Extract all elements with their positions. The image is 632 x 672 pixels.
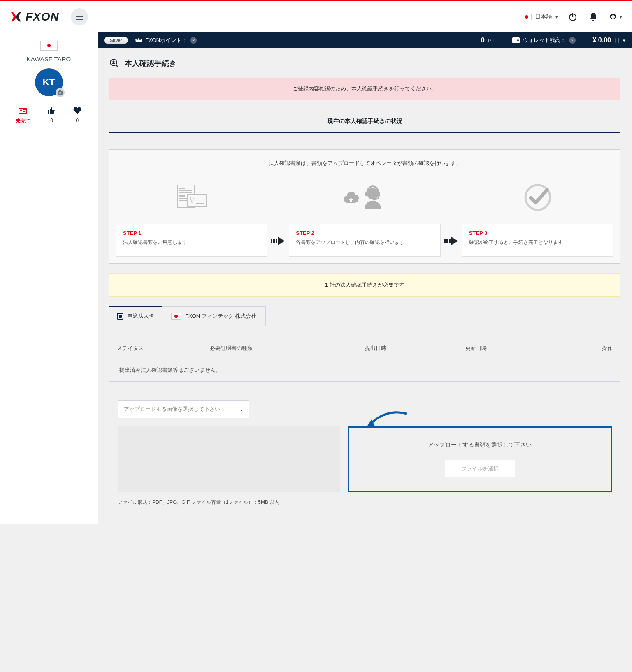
step-desc: 各書類をアップロードし、内容の確認を行います	[296, 239, 433, 246]
points-value-segment: 0 PT	[481, 37, 495, 44]
document-icon	[116, 177, 267, 218]
col-submitted: 提出日時	[365, 345, 466, 352]
wallet-segment: ウォレット残高： ?	[512, 37, 576, 44]
stat-likes[interactable]: 0	[47, 106, 56, 125]
notice-text: 社の法人確認手続きが必要です	[328, 282, 404, 288]
chevron-down-icon: ▾	[620, 14, 622, 20]
svg-rect-15	[179, 188, 185, 189]
content: 本人確認手続き ご登録内容確認のため、本人確認手続きを行ってください。 現在の本…	[98, 48, 632, 524]
stat-incomplete[interactable]: 未完了	[16, 106, 30, 125]
company-row: 申込法人名 FXON フィンテック 株式会社	[109, 306, 620, 326]
svg-rect-25	[273, 239, 275, 243]
svg-rect-8	[23, 111, 25, 112]
document-type-select[interactable]: アップロードする画像を選択して下さい ⌄	[118, 400, 249, 418]
company-label-cell: 申込法人名	[109, 306, 162, 326]
svg-rect-28	[365, 192, 368, 196]
sidebar: KAWASE TARO KT 未完了	[0, 32, 98, 524]
main: Silver FXONポイント： ? 0 PT ウォレット残高： ? ¥ 0.0…	[98, 32, 632, 524]
upload-operator-icon	[289, 177, 440, 218]
curved-arrow-icon	[361, 410, 411, 435]
company-name: FXON フィンテック 株式会社	[185, 313, 256, 320]
notice-yellow: 1 社の法人確認手続きが必要です	[109, 273, 620, 297]
company-label: 申込法人名	[128, 313, 154, 320]
logo-mark-icon	[10, 11, 22, 23]
page-title-row: 本人確認手続き	[109, 58, 620, 69]
page-title: 本人確認手続き	[125, 58, 177, 68]
chevron-down-icon: ▾	[623, 38, 625, 43]
wallet-value-segment[interactable]: ¥ 0.00 円 ▾	[593, 37, 625, 44]
points-unit: PT	[488, 37, 495, 44]
points-value: 0	[481, 37, 485, 44]
language-label: 日本語	[535, 13, 552, 21]
avatar-initials: KT	[43, 77, 55, 88]
steps-row: STEP 1 法人確認書類をご用意します	[116, 177, 613, 257]
process-box: 法人確認書類は、書類をアップロードしてオペレータが書類の確認を行います。	[109, 149, 620, 264]
help-icon[interactable]: ?	[569, 37, 576, 44]
svg-rect-24	[271, 239, 272, 243]
gear-icon[interactable]: ▾	[608, 11, 622, 23]
stat-hearts[interactable]: 0	[73, 106, 82, 125]
step-desc: 確認が終了すると、手続き完了となります	[469, 239, 606, 246]
svg-rect-29	[378, 192, 380, 196]
svg-rect-21	[188, 195, 206, 207]
svg-rect-3	[59, 90, 61, 92]
file-format-note: ファイル形式：PDF、JPG、GIF ファイル容量（1ファイル）：5MB 以内	[118, 499, 612, 506]
svg-rect-7	[23, 109, 26, 110]
documents-table: ステイタス 必要証明書の種類 提出日時 更新日時 操作 提出済み法人確認書類等は…	[109, 338, 620, 382]
svg-rect-31	[444, 239, 446, 243]
file-select-button[interactable]: ファイルを選択	[445, 460, 515, 477]
header: FXON 日本語 ▾ ▾	[0, 1, 632, 32]
status-box: 現在の本人確認手続きの状況	[109, 110, 620, 133]
logo[interactable]: FXON	[10, 10, 59, 23]
user-flag	[40, 41, 58, 51]
table-header: ステイタス 必要証明書の種類 提出日時 更新日時 操作	[109, 338, 620, 359]
crown-icon	[135, 37, 142, 43]
svg-point-12	[113, 61, 115, 63]
menu-button[interactable]	[71, 8, 88, 25]
language-selector[interactable]: 日本語 ▾	[522, 13, 558, 21]
verify-icon	[109, 58, 120, 69]
stat-value: 0	[50, 118, 53, 123]
avatar[interactable]: KT	[35, 68, 63, 96]
upload-inner: アップロードする書類を選択して下さい ファイルを選択	[118, 426, 612, 492]
step-card: STEP 2 各書類をアップロードし、内容の確認を行います	[289, 224, 440, 257]
arrow-icon	[444, 177, 459, 257]
col-type: 必要証明書の種類	[210, 345, 365, 352]
svg-rect-23	[196, 203, 204, 204]
col-updated: 更新日時	[465, 345, 566, 352]
notice-pink: ご登録内容確認のため、本人確認手続きを行ってください。	[109, 78, 620, 100]
wallet-unit: 円	[614, 37, 620, 44]
help-icon[interactable]: ?	[190, 37, 197, 44]
flag-jp-icon	[44, 42, 54, 49]
svg-rect-32	[446, 239, 448, 243]
upload-drop-zone[interactable]: アップロードする書類を選択して下さい ファイルを選択	[348, 426, 612, 492]
step-desc: 法人確認書類をご用意します	[123, 239, 260, 246]
wallet-value: ¥ 0.00	[593, 37, 611, 44]
col-status: ステイタス	[117, 345, 210, 352]
svg-rect-16	[179, 190, 192, 191]
svg-rect-18	[179, 195, 185, 197]
select-placeholder: アップロードする画像を選択して下さい	[124, 406, 220, 413]
stat-value: 0	[76, 118, 79, 123]
power-icon[interactable]	[567, 11, 579, 23]
username: KAWASE TARO	[0, 56, 98, 63]
sidebar-stats: 未完了 0 0	[0, 106, 98, 125]
info-bar: Silver FXONポイント： ? 0 PT ウォレット残高： ? ¥ 0.0…	[98, 32, 632, 48]
flag-jp-icon	[522, 14, 532, 20]
step-1: STEP 1 法人確認書類をご用意します	[116, 177, 267, 257]
upload-area: アップロードする画像を選択して下さい ⌄ アップロードする書類を選択して下さい …	[109, 392, 620, 514]
svg-rect-33	[449, 239, 451, 243]
step-label: STEP 3	[469, 230, 606, 236]
table-empty-message: 提出済み法人確認書類等はございません。	[109, 359, 620, 381]
svg-rect-26	[276, 239, 277, 243]
tier-badge: Silver	[104, 37, 128, 44]
camera-icon[interactable]	[56, 88, 65, 97]
flag-jp-icon	[171, 313, 181, 320]
bell-icon[interactable]	[588, 11, 599, 23]
chevron-down-icon: ⌄	[239, 407, 243, 412]
upload-preview-area	[118, 426, 340, 492]
heart-icon	[73, 106, 82, 115]
square-icon	[117, 313, 123, 320]
upload-title: アップロードする書類を選択して下さい	[428, 441, 532, 449]
checkmark-icon	[462, 177, 613, 218]
